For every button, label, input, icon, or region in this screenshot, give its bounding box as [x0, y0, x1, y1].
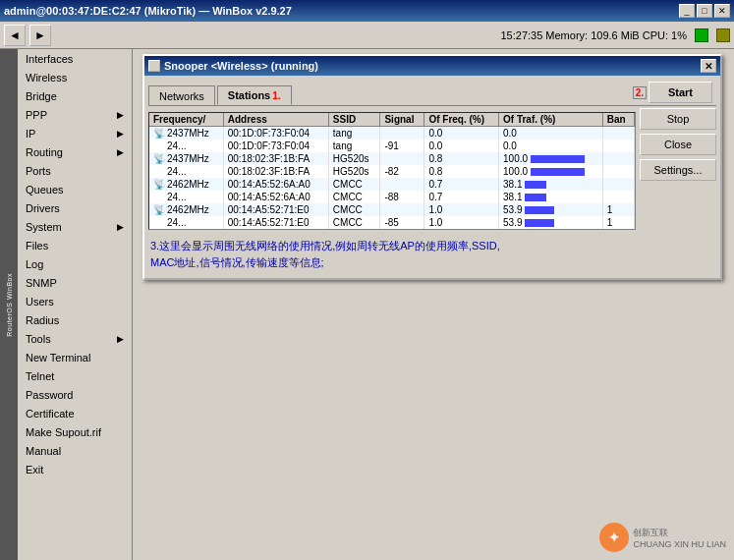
col-oftraf: Of Traf. (%) [499, 113, 603, 127]
cpu-indicator-yellow [716, 28, 730, 42]
table-row[interactable]: 24...00:14:A5:52:6A:A0CMCC-880.738.1 [149, 191, 635, 203]
cell-signal: -91 [380, 140, 424, 152]
sidebar-item-routing[interactable]: Routing ▶ [18, 142, 132, 161]
bottom-watermark: ✦ 创新互联 CHUANG XIN HU LIAN [599, 523, 726, 552]
dialog-icon [148, 60, 160, 72]
sidebar-item-bridge[interactable]: Bridge [18, 86, 132, 105]
table-row[interactable]: 📡2462MHz00:14:A5:52:71:E0CMCC1.053.9 1 [149, 203, 635, 216]
close-button[interactable]: ✕ [714, 4, 730, 18]
traffic-bar [525, 181, 546, 189]
action-buttons: Stop Close Settings... [640, 108, 716, 274]
cell-address: 00:14:A5:52:6A:A0 [223, 191, 328, 203]
num-label-2: 2. [633, 86, 647, 99]
cell-ssid: CMCC [328, 191, 380, 203]
sidebar-item-log[interactable]: Log [18, 254, 132, 273]
sidebar-item-interfaces[interactable]: Interfaces [18, 49, 132, 68]
info-text: 3.这里会显示周围无线网络的使用情况,例如周转无线AP的使用频率,SSID, M… [148, 234, 636, 274]
sidebar-watermark: RouterOS WinBox [0, 49, 18, 560]
sidebar-item-snmp[interactable]: SNMP [18, 273, 132, 292]
cell-offreq: 1.0 [424, 216, 499, 229]
tab-right: 2. Start [629, 80, 716, 105]
dialog-close-button[interactable]: ✕ [701, 59, 716, 73]
back-button[interactable]: ◄ [4, 25, 26, 46]
cell-ssid: HG520s [328, 165, 380, 178]
start-button[interactable]: Start [649, 82, 712, 103]
tab-row: Networks Stations 1. 2. Start [148, 80, 716, 106]
snooper-dialog: Snooper <Wireless> (running) ✕ Networks … [142, 54, 722, 280]
cell-ban [602, 140, 634, 152]
table-row[interactable]: 24...00:14:A5:52:71:E0CMCC-851.053.9 1 [149, 216, 635, 229]
table-row[interactable]: 📡2437MHz00:18:02:3F:1B:FAHG520s0.8100.0 [149, 152, 635, 165]
table-row[interactable]: 📡2437MHz00:1D:0F:73:F0:04tang0.00.0 [149, 127, 635, 140]
cpu-indicator-green [695, 28, 708, 42]
cell-oftraf: 100.0 [499, 165, 603, 178]
cell-oftraf: 100.0 [499, 152, 603, 165]
cell-address: 00:14:A5:52:6A:A0 [223, 178, 328, 191]
wifi-icon: 📡 [153, 153, 165, 164]
sidebar-item-tools[interactable]: Tools ▶ [18, 329, 132, 348]
dialog-body: Networks Stations 1. 2. Start [144, 76, 720, 278]
sidebar-item-new-terminal[interactable]: New Terminal [18, 348, 132, 366]
sidebar-item-system[interactable]: System ▶ [18, 217, 132, 236]
sidebar-item-ip[interactable]: IP ▶ [18, 124, 132, 142]
ppp-arrow: ▶ [117, 110, 124, 120]
sidebar-item-users[interactable]: Users [18, 292, 132, 310]
watermark-text1: RouterOS WinBox [6, 273, 13, 337]
cell-address: 00:1D:0F:73:F0:04 [223, 140, 328, 152]
cell-address: 00:14:A5:52:71:E0 [223, 203, 328, 216]
cell-offreq: 0.7 [424, 178, 499, 191]
sidebar-item-wireless[interactable]: Wireless [18, 68, 132, 86]
cell-signal: -85 [380, 216, 424, 229]
cell-ban [602, 165, 634, 178]
title-buttons: _ □ ✕ [679, 4, 730, 18]
tabs-left: Networks Stations 1. [148, 85, 629, 105]
forward-button[interactable]: ► [29, 25, 51, 46]
settings-button[interactable]: Settings... [640, 159, 716, 181]
sidebar-item-password[interactable]: Password [18, 385, 132, 404]
cell-ssid: CMCC [328, 178, 380, 191]
cell-address: 00:14:A5:52:71:E0 [223, 216, 328, 229]
sidebar-item-certificate[interactable]: Certificate [18, 404, 132, 422]
cell-offreq: 0.0 [424, 127, 499, 140]
toolbar: ◄ ► 15:27:35 Memory: 109.6 MiB CPU: 1% [0, 22, 734, 49]
cell-oftraf: 38.1 [499, 178, 603, 191]
table-wrapper: Frequency/ Address SSID Signal Of Freq. … [148, 112, 636, 230]
stations-table: Frequency/ Address SSID Signal Of Freq. … [149, 113, 635, 229]
tab-stations[interactable]: Stations 1. [217, 85, 292, 105]
wifi-icon: 📡 [153, 128, 165, 139]
sidebar-item-telnet[interactable]: Telnet [18, 366, 132, 385]
routing-arrow: ▶ [117, 147, 124, 157]
col-signal: Signal [380, 113, 424, 127]
wifi-icon: 📡 [153, 204, 165, 215]
sidebar-item-radius[interactable]: Radius [18, 310, 132, 329]
cell-frequency: 📡2437MHz [149, 127, 223, 140]
sidebar-item-drivers[interactable]: Drivers [18, 198, 132, 217]
table-row[interactable]: 24...00:18:02:3F:1B:FAHG520s-820.8100.0 [149, 165, 635, 178]
cell-signal [380, 203, 424, 216]
sidebar-item-ports[interactable]: Ports [18, 161, 132, 180]
minimize-button[interactable]: _ [679, 4, 695, 18]
cell-offreq: 0.8 [424, 165, 499, 178]
cell-ban: 1 [602, 216, 634, 229]
cell-frequency: 24... [149, 191, 223, 203]
cell-frequency: 24... [149, 216, 223, 229]
stop-button[interactable]: Stop [640, 108, 716, 130]
sidebar-item-ppp[interactable]: PPP ▶ [18, 105, 132, 124]
sidebar-items: Interfaces Wireless Bridge PPP ▶ IP ▶ Ro… [18, 49, 132, 478]
sidebar-item-exit[interactable]: Exit [18, 460, 132, 478]
tab-stations-num: 1. [272, 90, 280, 101]
tab-networks[interactable]: Networks [148, 85, 215, 105]
watermark-logo: ✦ [599, 523, 629, 552]
cell-ssid: CMCC [328, 203, 380, 216]
cell-offreq: 0.8 [424, 152, 499, 165]
sidebar-item-make-supout[interactable]: Make Supout.rif [18, 422, 132, 441]
table-row[interactable]: 📡2462MHz00:14:A5:52:6A:A0CMCC0.738.1 [149, 178, 635, 191]
wifi-icon: 📡 [153, 179, 165, 190]
sidebar-item-manual[interactable]: Manual [18, 441, 132, 460]
sidebar-item-queues[interactable]: Queues [18, 180, 132, 198]
close-dialog-button[interactable]: Close [640, 134, 716, 155]
table-row[interactable]: 24...00:1D:0F:73:F0:04tang-910.00.0 [149, 140, 635, 152]
sidebar-item-files[interactable]: Files [18, 236, 132, 254]
maximize-button[interactable]: □ [697, 4, 712, 18]
cell-frequency: 📡2437MHz [149, 152, 223, 165]
